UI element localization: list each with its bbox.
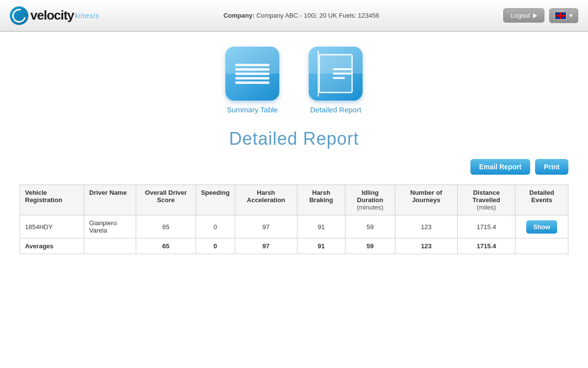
company-info: Company: Company ABC - 10G: 20 UK Fuels:…	[223, 12, 379, 19]
show-button[interactable]: Show	[526, 220, 557, 234]
logo-area: velocity kinesis	[10, 6, 99, 25]
logo-kinesis: kinesis	[75, 12, 99, 20]
doc-line-2	[235, 68, 270, 71]
header-actions: Logout ▾	[503, 8, 578, 23]
actions-bar: Email Report Print	[20, 159, 568, 175]
cell-vehicle-registration: 1854HDY	[20, 215, 84, 238]
th-distance-travelled: Distance Travelled (miles)	[457, 185, 515, 215]
report-title: Detailed Report	[20, 129, 568, 149]
th-speeding: Speeding	[196, 185, 235, 215]
doc-line-3	[235, 73, 270, 75]
print-button[interactable]: Print	[535, 159, 568, 175]
detailed-report-icon-box	[309, 47, 363, 101]
header: velocity kinesis Company: Company ABC - …	[0, 0, 588, 32]
cell-overall-score: 65	[136, 215, 196, 238]
detailed-report-label: Detailed Report	[310, 105, 361, 114]
th-idling-duration: Idling Duration (minutes)	[345, 185, 395, 215]
summary-table-icon	[230, 59, 274, 89]
cell-avg-harsh-braking: 91	[297, 238, 345, 254]
cell-averages-empty	[84, 238, 136, 254]
th-distance-unit: (miles)	[463, 204, 510, 211]
averages-row: Averages 65 0 97 91 59 123 1715.4	[20, 238, 568, 254]
doc-line-4	[235, 77, 270, 79]
cell-avg-distance-travelled: 1715.4	[457, 238, 515, 254]
doc-line-1	[235, 64, 270, 66]
report-table: Vehicle Registration Driver Name Overall…	[20, 184, 568, 254]
detailed-report-icon-item[interactable]: Detailed Report	[309, 47, 363, 114]
company-value: Company ABC - 10G: 20 UK Fuels: 123456	[256, 12, 379, 19]
logo-icon	[10, 6, 28, 25]
detailed-report-icon	[318, 54, 353, 93]
cell-avg-detailed-events	[515, 238, 568, 254]
cell-number-of-journeys: 123	[395, 215, 457, 238]
cell-detailed-events: Show	[515, 215, 568, 238]
summary-table-icon-box	[225, 47, 279, 101]
cell-driver-name: Gianpiero Varela	[84, 215, 136, 238]
logout-button[interactable]: Logout	[503, 8, 544, 23]
doc-line-5	[235, 81, 270, 84]
cell-harsh-acceleration: 97	[235, 215, 297, 238]
detail-line-3	[333, 77, 345, 79]
th-idling-unit: (minutes)	[350, 204, 390, 211]
email-report-button[interactable]: Email Report	[470, 159, 530, 175]
th-number-of-journeys: Number of Journeys	[395, 185, 457, 215]
table-row: 1854HDY Gianpiero Varela 65 0 97 91 59 1…	[20, 215, 568, 238]
play-icon	[533, 13, 537, 18]
company-label: Company:	[223, 12, 255, 19]
cell-avg-overall-score: 65	[136, 238, 196, 254]
cell-avg-number-of-journeys: 123	[395, 238, 457, 254]
main-content: Summary Table Detailed Report Detailed R…	[0, 32, 588, 368]
cell-avg-harsh-acceleration: 97	[235, 238, 297, 254]
summary-table-icon-item[interactable]: Summary Table	[225, 47, 279, 114]
summary-table-label: Summary Table	[227, 105, 278, 114]
th-harsh-braking: Harsh Braking	[297, 185, 345, 215]
cell-speeding: 0	[196, 215, 235, 238]
th-distance-label: Distance Travelled	[463, 189, 510, 204]
language-button[interactable]: ▾	[549, 8, 578, 23]
logo-text: velocity	[30, 8, 74, 23]
cell-distance-travelled: 1715.4	[457, 215, 515, 238]
cell-idling-duration: 59	[345, 215, 395, 238]
cell-averages-label: Averages	[20, 238, 84, 254]
th-overall-driver-score: Overall Driver Score	[136, 185, 196, 215]
th-vehicle-registration: Vehicle Registration	[20, 185, 84, 215]
detail-line-2	[333, 73, 352, 75]
cell-harsh-braking: 91	[297, 215, 345, 238]
logout-label: Logout	[511, 12, 530, 19]
cell-avg-speeding: 0	[196, 238, 235, 254]
uk-flag-icon	[555, 12, 566, 20]
icon-section: Summary Table Detailed Report	[20, 47, 568, 114]
detail-vert-line	[318, 51, 319, 97]
th-idling-duration-label: Idling Duration	[350, 189, 390, 204]
detail-line-1	[333, 68, 352, 70]
cell-avg-idling-duration: 59	[345, 238, 395, 254]
th-driver-name: Driver Name	[84, 185, 136, 215]
th-harsh-acceleration: Harsh Acceleration	[235, 185, 297, 215]
chevron-down-icon: ▾	[569, 12, 573, 19]
th-detailed-events: Detailed Events	[515, 185, 568, 215]
